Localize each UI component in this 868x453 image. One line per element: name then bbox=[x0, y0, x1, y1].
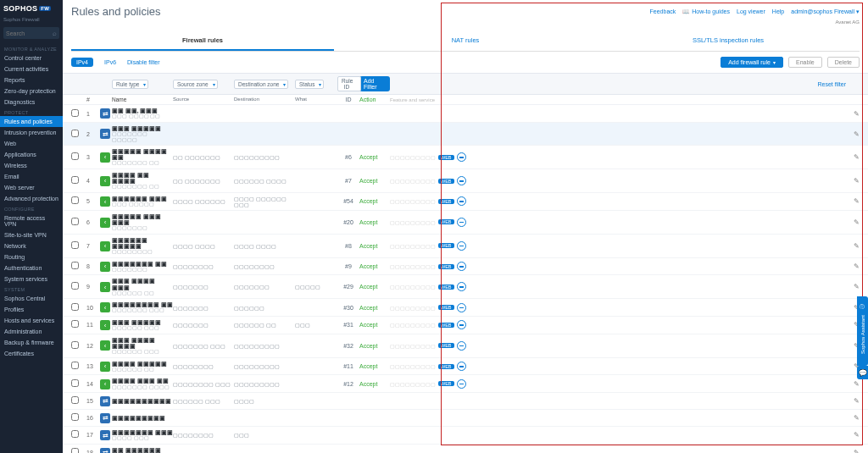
row-checkbox[interactable] bbox=[71, 109, 79, 117]
circle-icon[interactable] bbox=[457, 320, 466, 329]
tab[interactable]: SSL/TLS inspection rules bbox=[597, 31, 860, 51]
dest-zone-select[interactable]: Destination zone▾ bbox=[234, 80, 288, 89]
table-row[interactable]: 7‹▣▣▣▣▣▣ ▣▣▣▣▣▢▢▢▢▢▢▢▢▢▢▢▢ ▢▢▢▢▢▢▢▢ ▢▢▢▢… bbox=[63, 235, 868, 258]
sidebar-item[interactable]: Backup & firmware bbox=[0, 337, 63, 348]
table-row[interactable]: 17⇄▣▣▣▣▣▣▣ ▣▣▣▢▢▢▢ ▢▢▢▢▢▢▢▢▢▢▢▢▢▢✎ bbox=[63, 427, 868, 445]
table-row[interactable]: 3‹▣▣▣▣▣ ▣▣▣▣ ▣▣▢▢▢▢▢▢▢ ▢▢▢▢ ▢▢▢▢▢▢▢▢▢▢▢▢… bbox=[63, 146, 868, 169]
edit-icon[interactable]: ✎ bbox=[846, 262, 860, 270]
edit-icon[interactable]: ✎ bbox=[846, 397, 860, 405]
edit-icon[interactable]: ✎ bbox=[846, 283, 860, 290]
top-link[interactable]: Feedback bbox=[650, 8, 676, 14]
row-checkbox[interactable] bbox=[71, 448, 79, 453]
table-row[interactable]: 13‹▣▣▣▣ ▣▣▣▣▣▢▢▢▢▢▢ ▢▢▢▢▢▢▢▢▢▢▢▢▢▢▢▢▢▢▢#… bbox=[63, 358, 868, 376]
table-row[interactable]: 8‹▣▣▣▣▣▣▣ ▣▣▢▢▢▢▢▢▢▢▢▢▢▢▢▢▢▢▢▢▢▢▢▢▢#9Acc… bbox=[63, 258, 868, 276]
search-box[interactable]: ⌕ bbox=[3, 27, 59, 39]
sidebar-item[interactable]: Reports bbox=[0, 75, 63, 86]
circle-icon[interactable] bbox=[457, 241, 466, 251]
edit-icon[interactable]: ✎ bbox=[846, 242, 860, 250]
edit-icon[interactable]: ✎ bbox=[846, 380, 860, 388]
circle-icon[interactable] bbox=[457, 341, 466, 351]
sidebar-item[interactable]: Zero-day protection bbox=[0, 86, 63, 97]
tab[interactable]: NAT rules bbox=[334, 31, 597, 51]
table-row[interactable]: 16⇄▣▣▣▣▣▣▣▣▣✎ bbox=[63, 410, 868, 427]
sidebar-item[interactable]: Administration bbox=[0, 326, 63, 337]
ipv4-pill[interactable]: IPv4 bbox=[71, 58, 93, 67]
sidebar-item[interactable]: Web server bbox=[0, 182, 63, 193]
table-row[interactable]: 14‹▣▣▣▣ ▣▣▣ ▣▣▢▢▢▢▢▢▢ ▢▢▢▢▢▢▢▢▢▢▢▢ ▢▢▢▢▢… bbox=[63, 375, 868, 393]
row-checkbox[interactable] bbox=[71, 303, 79, 311]
sidebar-item[interactable]: Sophos Central bbox=[0, 293, 63, 304]
sidebar-item[interactable]: System services bbox=[0, 273, 63, 285]
table-row[interactable]: 12‹▣▣▣ ▣▣▣▣ ▣▣▣▣▢▢▢▢▢▢ ▢▢▢▢▢▢▢▢▢▢ ▢▢▢▢▢▢… bbox=[63, 334, 868, 358]
table-row[interactable]: 9‹▣▣▣ ▣▣▣▣ ▣▣▣▢▢▢▢▢▢ ▢▢▢▢▢▢▢▢▢▢▢▢▢▢▢▢▢▢▢… bbox=[63, 275, 868, 299]
table-row[interactable]: 11‹▣▣▣ ▣▣▣▣▣▢▢▢▢▢▢ ▢▢▢▢▢▢▢▢▢▢▢▢▢▢▢▢ ▢▢▢▢… bbox=[63, 317, 868, 334]
sidebar-item[interactable]: Current activities bbox=[0, 64, 63, 75]
circle-icon[interactable] bbox=[457, 362, 466, 371]
sidebar-item[interactable]: Hosts and services bbox=[0, 315, 63, 326]
edit-icon[interactable]: ✎ bbox=[846, 110, 860, 118]
rule-id-input[interactable]: Rule ID bbox=[337, 76, 361, 91]
add-filter-button[interactable]: Add Filter bbox=[359, 76, 390, 91]
sidebar-item[interactable]: Email bbox=[0, 171, 63, 182]
sidebar-item[interactable]: Wireless bbox=[0, 160, 63, 171]
sidebar-item[interactable]: Certificates bbox=[0, 348, 63, 359]
source-zone-select[interactable]: Source zone▾ bbox=[173, 80, 218, 89]
sidebar-item[interactable]: Rules and policies bbox=[0, 116, 63, 127]
edit-icon[interactable]: ✎ bbox=[846, 414, 860, 422]
tab[interactable]: Firewall rules bbox=[71, 31, 334, 51]
row-checkbox[interactable] bbox=[71, 218, 79, 225]
add-firewall-rule-button[interactable]: Add firewall rule▾ bbox=[721, 57, 783, 68]
edit-icon[interactable]: ✎ bbox=[846, 197, 860, 205]
assistant-tab[interactable]: Sophos Assistant ⓘ bbox=[857, 296, 868, 366]
rule-type-select[interactable]: Rule type▾ bbox=[112, 80, 148, 89]
sidebar-item[interactable]: Remote access VPN bbox=[0, 213, 63, 229]
disable-filter-link[interactable]: Disable filter bbox=[127, 59, 160, 65]
row-checkbox[interactable] bbox=[71, 379, 79, 387]
edit-icon[interactable]: ✎ bbox=[846, 177, 860, 185]
top-link[interactable]: Help bbox=[772, 8, 784, 14]
table-row[interactable]: 2⇄▣▣▣ ▣▣▣▣▣▢▢▢▢▢▢▢ ▢▢▢▢▢✎ bbox=[63, 123, 868, 146]
circle-icon[interactable] bbox=[457, 152, 466, 162]
edit-icon[interactable]: ✎ bbox=[846, 449, 860, 453]
table-row[interactable]: 5‹▣▣▣▣▣▣ ▣▣▣▢▢▢ ▢▢▢▢▢▢▢▢▢ ▢▢▢▢▢▢▢▢▢▢ ▢▢▢… bbox=[63, 193, 868, 211]
row-checkbox[interactable] bbox=[71, 362, 79, 369]
row-checkbox[interactable] bbox=[71, 152, 79, 160]
edit-icon[interactable]: ✎ bbox=[846, 153, 860, 161]
row-checkbox[interactable] bbox=[71, 430, 79, 438]
sidebar-item[interactable]: Applications bbox=[0, 149, 63, 160]
row-checkbox[interactable] bbox=[71, 396, 79, 404]
assistant-chat-icon[interactable]: 💬 bbox=[857, 366, 868, 379]
row-checkbox[interactable] bbox=[71, 130, 79, 137]
sidebar-item[interactable]: Intrusion prevention bbox=[0, 127, 63, 138]
row-checkbox[interactable] bbox=[71, 241, 79, 249]
edit-icon[interactable]: ✎ bbox=[846, 130, 860, 138]
circle-icon[interactable] bbox=[457, 196, 466, 206]
sidebar-item[interactable]: Profiles bbox=[0, 304, 63, 315]
table-row[interactable]: 1⇄▣▣ ▣▣, ▣▣▣▢▢▢ ▢▢▢▢ ▢▢✎ bbox=[63, 105, 868, 123]
circle-icon[interactable] bbox=[457, 303, 466, 312]
circle-icon[interactable] bbox=[457, 282, 466, 291]
enable-button[interactable]: Enable bbox=[788, 57, 822, 68]
status-select[interactable]: Status▾ bbox=[295, 80, 324, 89]
sidebar-item[interactable]: Diagnostics bbox=[0, 97, 63, 108]
top-link[interactable]: admin@sophos Firewall ▾ bbox=[791, 8, 860, 15]
search-input[interactable] bbox=[6, 30, 48, 36]
row-checkbox[interactable] bbox=[71, 262, 79, 269]
table-row[interactable]: 10‹▣▣▣▣▣▣▣▣ ▣▣▢▢▢▢▢▢▢ ▢▢▢▢▢▢▢▢▢▢▢▢▢▢▢▢#3… bbox=[63, 299, 868, 317]
circle-icon[interactable] bbox=[457, 176, 466, 185]
table-row[interactable]: 15⇄▣▣▣▣▣▣▣▣▣▣▢▢▢▢▢▢ ▢▢▢▢▢▢▢✎ bbox=[63, 393, 868, 410]
table-row[interactable]: 6‹▣▣▣▣▣ ▣▣▣ ▣▣▣▢▢▢▢▢▢▢#20Accept▢▢▢▢▢▢▢▢▢… bbox=[63, 211, 868, 235]
delete-button[interactable]: Delete bbox=[827, 57, 860, 68]
sidebar-item[interactable]: Advanced protection bbox=[0, 193, 63, 204]
row-checkbox[interactable] bbox=[71, 413, 79, 421]
reset-filter-link[interactable]: Reset filter bbox=[818, 81, 846, 87]
row-checkbox[interactable] bbox=[71, 282, 79, 290]
sidebar-item[interactable]: Control center bbox=[0, 52, 63, 64]
ipv6-pill[interactable]: IPv6 bbox=[98, 57, 122, 68]
circle-icon[interactable] bbox=[457, 262, 466, 271]
sidebar-item[interactable]: Web bbox=[0, 138, 63, 149]
row-checkbox[interactable] bbox=[71, 176, 79, 184]
top-link[interactable]: Log viewer bbox=[737, 8, 765, 14]
row-checkbox[interactable] bbox=[71, 341, 79, 349]
sidebar-item[interactable]: Routing bbox=[0, 251, 63, 262]
